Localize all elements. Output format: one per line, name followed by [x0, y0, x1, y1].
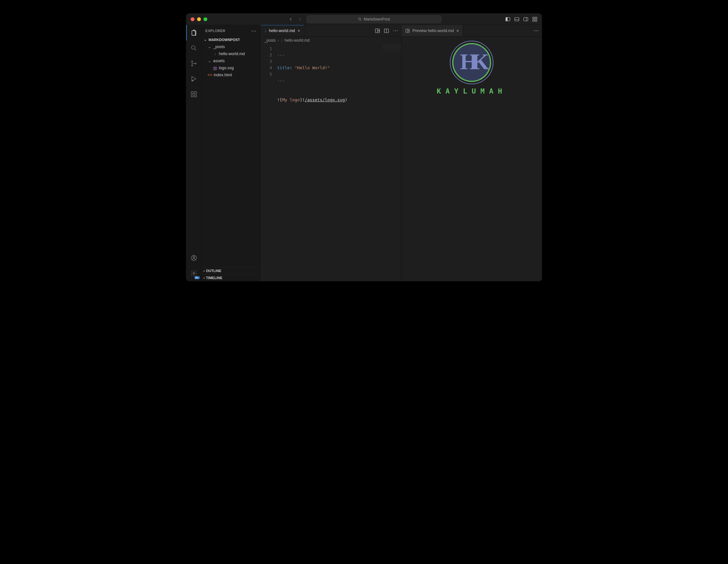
minimize-window-button[interactable] [197, 17, 201, 21]
editor-group-preview: Preview hello-world.md × ⋯ HK KAYLUMAH [401, 25, 542, 281]
settings-badge: BL [194, 276, 200, 279]
nav-back-icon[interactable] [289, 17, 293, 21]
markdown-file-icon: ↓ [212, 52, 218, 56]
search-icon [358, 17, 362, 21]
activity-explorer[interactable] [186, 25, 202, 40]
code-token: My logo [282, 97, 300, 102]
svg-rect-19 [194, 92, 196, 94]
code-token: ! [277, 97, 280, 102]
line-number: 1 [261, 46, 272, 52]
command-center[interactable]: MarkdownPost [307, 15, 441, 23]
svg-rect-16 [191, 92, 193, 94]
svg-rect-5 [524, 17, 528, 21]
zoom-window-button[interactable] [203, 17, 207, 21]
line-gutter: 1 2 3 4 5 [261, 44, 276, 281]
svg-point-0 [359, 18, 361, 20]
editor-group-source: ↓ hello-world.md × ⋯ [261, 25, 401, 281]
breadcrumb-segment[interactable]: hello-world.md [285, 38, 310, 43]
tree-label: index.html [214, 73, 232, 77]
project-name: MARKDOWNPOST [209, 38, 240, 42]
sidebar-title: EXPLORER [205, 29, 225, 33]
breadcrumb-segment[interactable]: _posts [264, 38, 276, 43]
markdown-file-icon: ↓ [281, 38, 283, 43]
svg-rect-9 [533, 20, 534, 21]
logo-brand-text: KAYLUMAH [437, 87, 507, 95]
activity-bar: BL [186, 25, 202, 281]
code-token: --- [277, 78, 285, 83]
tree-file-index[interactable]: <> index.html [202, 71, 260, 79]
tree-file-logo[interactable]: ▧ logo.svg [202, 64, 260, 71]
tree-folder-assets[interactable]: ⌄ assets [202, 57, 260, 64]
svg-rect-2 [506, 17, 508, 21]
line-number: 4 [261, 65, 272, 71]
html-file-icon: <> [207, 73, 212, 77]
tree-label: assets [213, 59, 225, 63]
minimap[interactable] [383, 44, 401, 57]
sidebar-more-icon[interactable]: ⋯ [251, 28, 256, 34]
svg-point-13 [191, 65, 193, 66]
tree-folder-posts[interactable]: ⌄ _posts [202, 43, 260, 50]
code-token: ( [302, 97, 305, 102]
code-token: : [290, 65, 295, 70]
markdown-preview[interactable]: HK KAYLUMAH [401, 37, 542, 281]
svg-point-21 [193, 256, 195, 258]
more-actions-icon[interactable]: ⋯ [393, 28, 398, 33]
split-editor-icon[interactable] [384, 28, 389, 33]
tree-file-hello[interactable]: ↓ hello-world.md [202, 50, 260, 57]
open-preview-side-icon[interactable] [375, 28, 380, 33]
tree-label: _posts [213, 45, 225, 49]
breadcrumb[interactable]: _posts › ↓ hello-world.md [261, 37, 401, 44]
tab-label: hello-world.md [269, 29, 295, 33]
tree-label: logo.svg [219, 66, 234, 70]
window-controls [186, 17, 215, 21]
toggle-panel-icon[interactable] [514, 17, 519, 22]
line-number: 3 [261, 58, 272, 65]
tab-label: Preview hello-world.md [412, 29, 454, 33]
svg-point-11 [191, 46, 195, 49]
chevron-right-icon: › [277, 38, 279, 43]
toggle-secondary-sidebar-icon[interactable] [523, 17, 528, 22]
toggle-primary-sidebar-icon[interactable] [505, 17, 510, 22]
editor-actions-left: ⋯ [375, 25, 401, 36]
svg-point-22 [193, 272, 195, 274]
chevron-down-icon: ⌄ [207, 59, 212, 63]
svg-point-25 [378, 30, 379, 31]
activity-extensions[interactable] [186, 87, 202, 102]
svg-rect-3 [515, 17, 519, 21]
outline-section[interactable]: › OUTLINE [202, 267, 260, 274]
tab-preview[interactable]: Preview hello-world.md × [401, 25, 463, 36]
svg-rect-17 [191, 95, 193, 97]
code-token: --- [277, 53, 285, 57]
svg-point-14 [195, 63, 196, 64]
titlebar: MarkdownPost [186, 13, 542, 25]
tab-hello-md[interactable]: ↓ hello-world.md × [261, 25, 304, 36]
command-center-label: MarkdownPost [364, 17, 390, 21]
activity-source-control[interactable] [186, 56, 202, 71]
code-token: title [277, 65, 290, 70]
logo-monogram: HK [460, 49, 484, 75]
line-number: 2 [261, 52, 272, 58]
timeline-section[interactable]: › TIMELINE [202, 274, 260, 281]
tab-bar-right: Preview hello-world.md × ⋯ [401, 25, 542, 37]
code-token: ) [345, 97, 347, 102]
activity-search[interactable] [186, 40, 202, 56]
tab-close-icon[interactable]: × [456, 28, 459, 33]
svg-point-30 [408, 30, 409, 31]
tab-close-icon[interactable]: × [298, 28, 300, 33]
file-tree: ⌄ _posts ↓ hello-world.md ⌄ assets ▧ log… [202, 43, 260, 79]
close-window-button[interactable] [191, 17, 194, 21]
activity-accounts[interactable] [186, 250, 202, 266]
code-token: "Hello World!" [295, 65, 330, 70]
editor-area: ↓ hello-world.md × ⋯ [261, 25, 542, 281]
more-actions-icon[interactable]: ⋯ [534, 28, 539, 33]
explorer-folder-section[interactable]: ⌄ MARKDOWNPOST [202, 37, 260, 43]
nav-forward-icon[interactable] [298, 17, 302, 21]
vscode-window: MarkdownPost [186, 13, 542, 281]
code-content[interactable]: --- title: "Hello World!" --- ![My logo]… [276, 44, 401, 281]
line-number: 5 [261, 71, 272, 78]
svg-rect-18 [194, 95, 196, 97]
activity-run-debug[interactable] [186, 71, 202, 87]
customize-layout-icon[interactable] [532, 17, 537, 22]
activity-settings[interactable]: BL [186, 266, 202, 281]
code-editor[interactable]: 1 2 3 4 5 --- title: "Hello World!" --- … [261, 44, 401, 281]
